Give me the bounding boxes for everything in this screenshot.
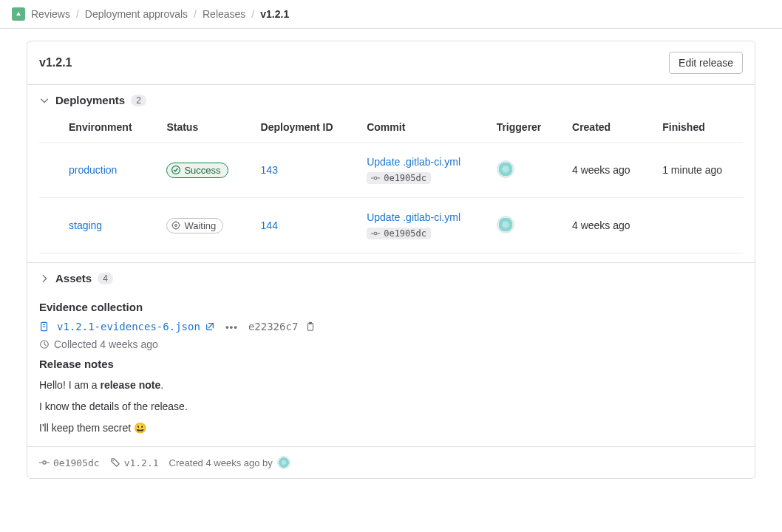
breadcrumb-item-approvals[interactable]: Deployment approvals xyxy=(85,8,188,20)
commit-sha-badge[interactable]: 0e1905dc xyxy=(367,228,431,239)
finished-cell xyxy=(650,198,743,253)
project-avatar[interactable] xyxy=(12,7,25,21)
footer-tag-text: v1.2.1 xyxy=(124,457,159,468)
evidence-filename: v1.2.1-evidences-6.json xyxy=(57,321,200,332)
release-notes-body: Hello! I am a release note. I know the d… xyxy=(39,378,743,436)
commit-icon xyxy=(371,229,380,238)
svg-point-23 xyxy=(112,460,114,461)
col-created: Created xyxy=(560,112,650,143)
breadcrumb-item-releases[interactable]: Releases xyxy=(203,8,245,20)
svg-point-20 xyxy=(43,461,46,464)
environment-link[interactable]: production xyxy=(69,164,117,176)
col-triggerer: Triggerer xyxy=(485,112,560,143)
deployment-row: staging Waiting 144 Update .gitlab-ci.ym… xyxy=(39,198,743,253)
commit-icon xyxy=(371,174,380,183)
breadcrumb-item-reviews[interactable]: Reviews xyxy=(31,8,70,20)
col-finished: Finished xyxy=(650,112,743,143)
col-deploy-id: Deployment ID xyxy=(249,112,356,143)
release-notes-title: Release notes xyxy=(39,358,743,370)
evidence-section: Evidence collection v1.2.1-evidences-6.j… xyxy=(27,293,755,350)
triggerer-avatar[interactable] xyxy=(497,160,514,178)
assets-title: Assets xyxy=(55,272,92,284)
release-footer: 0e1905dc v1.2.1 Created 4 weeks ago by xyxy=(27,446,755,478)
release-title: v1.2.1 xyxy=(39,56,72,69)
release-header: v1.2.1 Edit release xyxy=(27,41,755,85)
check-circle-icon xyxy=(171,165,181,175)
deployments-section: Deployments 2 Environment Status Deploym… xyxy=(27,85,755,262)
footer-commit[interactable]: 0e1905dc xyxy=(39,457,100,468)
external-link-icon xyxy=(205,321,215,332)
created-cell: 4 weeks ago xyxy=(560,143,650,198)
evidence-title: Evidence collection xyxy=(39,301,743,313)
svg-point-11 xyxy=(374,232,377,235)
assets-section: Assets 4 xyxy=(27,262,755,293)
deployment-row: production Success 143 Update .gitlab-ci… xyxy=(39,143,743,198)
release-card: v1.2.1 Edit release Deployments 2 Enviro… xyxy=(27,41,755,479)
more-actions-button[interactable]: ••• xyxy=(222,321,241,332)
edit-release-button[interactable]: Edit release xyxy=(669,52,743,74)
deployment-id-link[interactable]: 143 xyxy=(261,164,278,176)
tag-icon xyxy=(110,457,120,468)
svg-marker-0 xyxy=(16,12,21,16)
evidence-file-link[interactable]: v1.2.1-evidences-6.json xyxy=(57,321,215,332)
breadcrumb-item-current: v1.2.1 xyxy=(260,8,289,20)
deployments-count-badge: 2 xyxy=(131,95,146,106)
breadcrumb: Reviews / Deployment approvals / Release… xyxy=(0,0,782,29)
svg-point-5 xyxy=(173,222,180,228)
deployment-id-link[interactable]: 144 xyxy=(261,219,278,231)
notes-text: . xyxy=(160,379,163,391)
breadcrumb-separator: / xyxy=(194,8,197,20)
finished-cell: 1 minute ago xyxy=(650,143,743,198)
notes-text: Hello! I am a xyxy=(39,379,100,391)
gear-icon xyxy=(171,220,181,231)
commit-message-link[interactable]: Update .gitlab-ci.yml xyxy=(367,156,460,168)
assets-toggle[interactable]: Assets 4 xyxy=(39,272,743,284)
clipboard-icon[interactable] xyxy=(305,321,316,332)
evidence-collected: Collected 4 weeks ago xyxy=(39,338,743,350)
footer-tag[interactable]: v1.2.1 xyxy=(110,457,159,468)
status-badge-success[interactable]: Success xyxy=(166,163,228,178)
notes-text: I know the details of the release. xyxy=(39,399,743,415)
col-commit: Commit xyxy=(355,112,484,143)
chevron-right-icon xyxy=(39,273,50,284)
document-icon xyxy=(39,321,50,332)
deployments-toggle[interactable]: Deployments 2 xyxy=(39,94,743,106)
created-cell: 4 weeks ago xyxy=(560,198,650,253)
assets-count-badge: 4 xyxy=(98,273,113,284)
status-label: Success xyxy=(184,165,220,176)
breadcrumb-separator: / xyxy=(251,8,254,20)
deployments-title: Deployments xyxy=(55,94,125,106)
notes-text: I'll keep them secret 😀 xyxy=(39,420,743,436)
release-notes-section: Release notes Hello! I am a release note… xyxy=(27,350,755,436)
notes-bold: release note xyxy=(100,379,160,391)
svg-point-6 xyxy=(175,225,177,227)
svg-point-2 xyxy=(374,177,377,180)
clock-icon xyxy=(39,339,50,349)
col-status: Status xyxy=(154,112,248,143)
triggerer-avatar[interactable] xyxy=(497,216,514,233)
evidence-sha: e22326c7 xyxy=(248,321,298,332)
deployments-table: Environment Status Deployment ID Commit … xyxy=(39,112,743,253)
footer-commit-sha: 0e1905dc xyxy=(53,457,100,468)
author-avatar[interactable] xyxy=(277,456,290,469)
status-badge-waiting[interactable]: Waiting xyxy=(166,218,223,233)
footer-created: Created 4 weeks ago by xyxy=(169,457,273,468)
commit-icon xyxy=(39,457,50,468)
chevron-down-icon xyxy=(39,95,50,106)
evidence-collected-text: Collected 4 weeks ago xyxy=(54,338,158,350)
environment-link[interactable]: staging xyxy=(69,219,102,231)
status-label: Waiting xyxy=(184,220,216,231)
commit-sha-text: 0e1905dc xyxy=(384,228,426,239)
commit-message-link[interactable]: Update .gitlab-ci.yml xyxy=(367,211,460,223)
commit-sha-text: 0e1905dc xyxy=(384,173,426,183)
col-environment: Environment xyxy=(39,112,154,143)
commit-sha-badge[interactable]: 0e1905dc xyxy=(367,172,431,184)
breadcrumb-separator: / xyxy=(76,8,79,20)
svg-rect-17 xyxy=(308,324,313,331)
